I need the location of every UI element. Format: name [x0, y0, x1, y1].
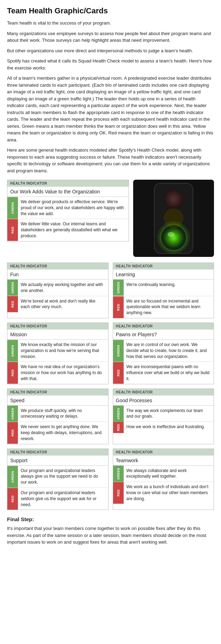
- card-pawns-green-text: We are in control of our own work. We de…: [124, 340, 214, 361]
- card-mission: HEALTH INDICATOR Mission GREEN We know e…: [7, 323, 109, 384]
- card-mission-red-text: We have no real idea of our organization…: [18, 362, 108, 384]
- red-label-fun: RED: [7, 296, 18, 312]
- red-label-processes: RED: [113, 422, 124, 433]
- card-speed-red-row: RED We never seem to get anything done. …: [7, 422, 108, 444]
- green-label-learning: GREEN: [113, 280, 124, 296]
- card-mission-header: HEALTH INDICATOR: [7, 323, 108, 330]
- card-fun-red-text: We're bored at work and don't really lik…: [18, 296, 108, 312]
- final-step-section: Final Step: It's important that your tea…: [7, 516, 214, 546]
- card-learning: HEALTH INDICATOR Learning GREEN We're co…: [113, 263, 214, 318]
- red-label-speed: RED: [7, 422, 18, 444]
- cards-row-3: HEALTH INDICATOR Speed GREEN We produce …: [7, 389, 214, 444]
- card-fun-header: HEALTH INDICATOR: [7, 263, 108, 270]
- card-support-red-row: RED Our program and organizational leade…: [7, 488, 108, 510]
- card-processes-header: HEALTH INDICATOR: [113, 389, 214, 396]
- card-fun-red-row: RED We're bored at work and don't really…: [7, 296, 108, 312]
- traffic-light-svg: [133, 180, 214, 257]
- red-label-support: RED: [7, 488, 18, 510]
- card-processes-red-row: RED How we work is ineffective and frust…: [113, 422, 214, 433]
- card-value-green-row: GREEN We deliver good products or effect…: [7, 197, 129, 219]
- intro-p6: Here are some general health indicators …: [7, 147, 214, 174]
- card-mission-red-row: RED We have no real idea of our organiza…: [7, 362, 108, 384]
- card-speed-red-text: We never seem to get anything done. We k…: [18, 422, 108, 444]
- cards-row-2: HEALTH INDICATOR Mission GREEN We know e…: [7, 323, 214, 384]
- card-learning-red-row: RED We are so focused on incremental and…: [113, 296, 214, 318]
- card-support-green-text: Our program and organizational leaders a…: [18, 466, 108, 487]
- card-speed-green-row: GREEN We produce stuff quickly, with no …: [7, 406, 108, 422]
- card-fun-green-row: GREEN We actually enjoy working together…: [7, 280, 108, 296]
- card-speed: HEALTH INDICATOR Speed GREEN We produce …: [7, 389, 109, 444]
- card-value-header: HEALTH INDICATOR: [7, 180, 129, 187]
- card-learning-green-text: We're continually learning.: [124, 280, 178, 296]
- card-mission-title: Mission: [7, 330, 108, 340]
- card-learning-title: Learning: [113, 270, 214, 280]
- card-speed-title: Speed: [7, 396, 108, 406]
- card-teamwork-green-text: We always collaborate and work exception…: [124, 466, 214, 482]
- intro-p2: Many organizations use employee surveys …: [7, 30, 214, 44]
- card-support-title: Support: [7, 456, 108, 466]
- intro-p3: But other organizations use more direct …: [7, 47, 214, 54]
- red-label-pawns: RED: [113, 362, 124, 384]
- card-teamwork: HEALTH INDICATOR Teamwork GREEN We alway…: [113, 449, 214, 510]
- card-processes-green-text: The way we work complements our team and…: [124, 406, 214, 422]
- card-fun-green-text: We actually enjoy working together and w…: [18, 280, 108, 296]
- card-speed-header: HEALTH INDICATOR: [7, 389, 108, 396]
- card-pawns-title: Pawns or Players?: [113, 330, 214, 340]
- cards-row-1: HEALTH INDICATOR Fun GREEN We actually e…: [7, 263, 214, 318]
- first-card-row: HEALTH INDICATOR Our Work Adds Value to …: [7, 180, 214, 257]
- green-label-processes: GREEN: [113, 406, 124, 422]
- card-value-red-text: We deliver little value. Our internal te…: [18, 219, 129, 241]
- card-fun: HEALTH INDICATOR Fun GREEN We actually e…: [7, 263, 109, 318]
- card-support-green-row: GREEN Our program and organizational lea…: [7, 466, 108, 488]
- intro-section: Team health is vital to the success of y…: [7, 20, 214, 174]
- card-value-title: Our Work Adds Value to the Organization: [7, 187, 129, 197]
- green-label-teamwork: GREEN: [113, 466, 124, 482]
- card-processes-red-text: How we work is ineffective and frustrati…: [124, 422, 208, 433]
- red-label-value: RED: [7, 219, 18, 241]
- card-support-red-text: Our program and organizational leaders s…: [18, 488, 108, 510]
- svg-point-2: [164, 189, 183, 209]
- card-support-header: HEALTH INDICATOR: [7, 449, 108, 456]
- green-label-speed: GREEN: [7, 406, 18, 422]
- card-teamwork-red-row: RED We work as a bunch of individuals an…: [113, 482, 214, 504]
- card-pawns-red-text: We are inconsequential pawns with no inf…: [124, 362, 214, 384]
- red-label-learning: RED: [113, 296, 124, 318]
- card-mission-green-row: GREEN We know exactly what the mission o…: [7, 340, 108, 362]
- cards-row-4: HEALTH INDICATOR Support GREEN Our progr…: [7, 449, 214, 510]
- card-teamwork-green-row: GREEN We always collaborate and work exc…: [113, 466, 214, 482]
- card-pawns-header: HEALTH INDICATOR: [113, 323, 214, 330]
- card-processes: HEALTH INDICATOR Good Processes GREEN Th…: [113, 389, 214, 444]
- intro-p5: All of a team's members gather in a phys…: [7, 75, 214, 143]
- card-processes-green-row: GREEN The way we work complements our te…: [113, 406, 214, 422]
- card-speed-green-text: We produce stuff quickly, with no unnece…: [18, 406, 108, 422]
- green-label-pawns: GREEN: [113, 340, 124, 361]
- card-pawns: HEALTH INDICATOR Pawns or Players? GREEN…: [113, 323, 214, 384]
- card-mission-green-text: We know exactly what the mission of our …: [18, 340, 108, 361]
- card-value-green-text: We deliver good products or effective se…: [18, 197, 129, 219]
- final-step-heading: Final Step:: [7, 516, 214, 522]
- card-processes-title: Good Processes: [113, 396, 214, 406]
- card-teamwork-header: HEALTH INDICATOR: [113, 449, 214, 456]
- card-learning-green-row: GREEN We're continually learning.: [113, 280, 214, 296]
- page-title: Team Health Graphic/Cards: [7, 6, 214, 15]
- card-value-red-row: RED We deliver little value. Our interna…: [7, 219, 129, 241]
- card-pawns-red-row: RED We are inconsequential pawns with no…: [113, 362, 214, 384]
- green-label-mission: GREEN: [7, 340, 18, 361]
- traffic-light-image: [133, 180, 214, 257]
- card-teamwork-red-text: We work as a bunch of individuals and do…: [124, 482, 214, 504]
- green-label-fun: GREEN: [7, 280, 18, 296]
- intro-p4: Spotify has created what it calls its Sq…: [7, 58, 214, 71]
- final-step-text: It's important that your team members co…: [7, 525, 214, 546]
- card-support: HEALTH INDICATOR Support GREEN Our progr…: [7, 449, 109, 510]
- card-fun-title: Fun: [7, 270, 108, 280]
- card-learning-red-text: We are so focused on incremental and que…: [124, 296, 214, 318]
- intro-p1: Team health is vital to the success of y…: [7, 20, 214, 27]
- green-label-support: GREEN: [7, 466, 18, 487]
- green-label-value: GREEN: [7, 197, 18, 219]
- red-label-mission: RED: [7, 362, 18, 384]
- card-teamwork-title: Teamwork: [113, 456, 214, 466]
- card-value: HEALTH INDICATOR Our Work Adds Value to …: [7, 180, 129, 241]
- card-pawns-green-row: GREEN We are in control of our own work.…: [113, 340, 214, 362]
- card-learning-header: HEALTH INDICATOR: [113, 263, 214, 270]
- red-label-teamwork: RED: [113, 482, 124, 504]
